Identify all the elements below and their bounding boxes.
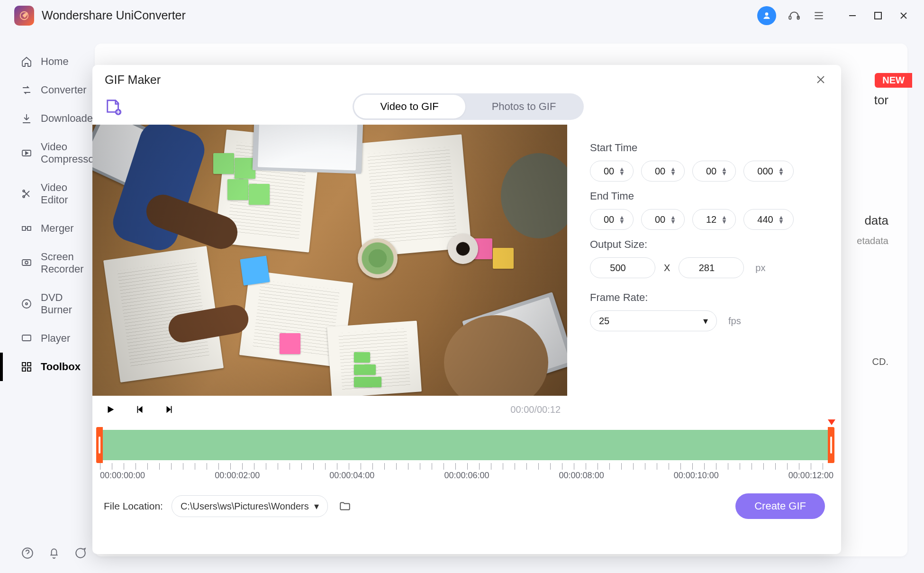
modal-close-button[interactable] xyxy=(813,72,829,88)
minimize-button[interactable] xyxy=(846,9,859,22)
output-width-input-wrap[interactable] xyxy=(590,257,655,278)
support-headset-icon[interactable] xyxy=(788,9,801,22)
sidebar-item-label: Downloader xyxy=(41,112,96,125)
sidebar-item-downloader[interactable]: Downloader xyxy=(0,104,95,133)
stepper-down-icon[interactable]: ▼ xyxy=(619,172,625,175)
new-badge: NEW xyxy=(875,73,912,88)
end-ss-stepper[interactable]: ▲▼ xyxy=(692,209,736,230)
end-hh-input[interactable] xyxy=(599,214,619,225)
notifications-icon[interactable] xyxy=(47,546,61,560)
playhead-marker[interactable] xyxy=(828,419,835,425)
sidebar-item-video-editor[interactable]: Video Editor xyxy=(0,173,95,214)
sidebar-item-label: Merger xyxy=(41,222,74,235)
open-folder-button[interactable] xyxy=(336,498,353,515)
end-mm-stepper[interactable]: ▲▼ xyxy=(641,209,685,230)
sidebar-item-home[interactable]: Home xyxy=(0,47,95,76)
sidebar-item-player[interactable]: Player xyxy=(0,324,95,353)
sidebar-item-label: Toolbox xyxy=(41,361,81,373)
create-gif-button[interactable]: Create GIF xyxy=(735,493,825,519)
stepper-down-icon[interactable]: ▼ xyxy=(721,172,727,175)
end-hh-stepper[interactable]: ▲▼ xyxy=(590,209,634,230)
svg-rect-9 xyxy=(27,227,31,230)
start-time-label: Start Time xyxy=(590,142,817,154)
end-time-label: End Time xyxy=(590,190,817,202)
end-mm-input[interactable] xyxy=(650,214,670,225)
trim-handle-right[interactable] xyxy=(828,427,834,463)
modal-header: GIF Maker xyxy=(92,65,841,91)
video-preview[interactable] xyxy=(92,125,567,396)
size-separator: X xyxy=(664,263,670,273)
help-icon[interactable] xyxy=(21,546,34,560)
stepper-down-icon[interactable]: ▼ xyxy=(778,220,784,224)
svg-point-12 xyxy=(22,300,31,308)
start-ms-stepper[interactable]: ▲▼ xyxy=(743,161,794,182)
frame-rate-select[interactable]: 25 ▾ xyxy=(590,310,717,331)
tab-photos-to-gif[interactable]: Photos to GIF xyxy=(465,95,583,118)
sidebar-item-label: Video Editor xyxy=(41,182,95,206)
start-hh-input[interactable] xyxy=(599,166,619,177)
stepper-down-icon[interactable]: ▼ xyxy=(670,172,676,175)
start-mm-stepper[interactable]: ▲▼ xyxy=(641,161,685,182)
svg-point-11 xyxy=(25,261,28,264)
file-location-path: C:\Users\ws\Pictures\Wonders xyxy=(181,501,309,512)
svg-point-13 xyxy=(26,303,27,305)
sidebar-item-toolbox[interactable]: Toolbox xyxy=(0,353,95,381)
file-location-label: File Location: xyxy=(104,500,163,512)
start-mm-input[interactable] xyxy=(650,166,670,177)
timeline-track[interactable] xyxy=(96,427,837,463)
end-ms-input[interactable] xyxy=(752,214,778,225)
ruler-label: 00:00:12:00 xyxy=(788,471,833,481)
file-location-select[interactable]: C:\Users\ws\Pictures\Wonders ▾ xyxy=(172,495,328,517)
end-ss-input[interactable] xyxy=(701,214,721,225)
ruler-label: 00:00:10:00 xyxy=(674,471,719,481)
app-logo-icon xyxy=(14,6,34,26)
stepper-down-icon[interactable]: ▼ xyxy=(778,172,784,175)
sidebar-item-label: Home xyxy=(41,55,69,68)
timeline-ruler: 00:00:00:00 00:00:02:00 00:00:04:00 00:0… xyxy=(96,463,837,485)
frame-rate-value: 25 xyxy=(599,316,609,327)
next-frame-button[interactable] xyxy=(161,401,178,418)
ruler-label: 00:00:02:00 xyxy=(215,471,260,481)
sidebar-item-dvd-burner[interactable]: DVD Burner xyxy=(0,283,95,324)
frame-rate-label: Frame Rate: xyxy=(590,291,817,304)
bg-text-fragment: tor xyxy=(874,93,888,108)
sidebar-item-merger[interactable]: Merger xyxy=(0,214,95,243)
sidebar-item-converter[interactable]: Converter xyxy=(0,76,95,104)
gif-maker-modal: GIF Maker Video to GIF Photos to GIF xyxy=(92,65,841,554)
sidebar-item-screen-recorder[interactable]: Screen Recorder xyxy=(0,243,95,283)
svg-rect-8 xyxy=(22,227,26,230)
sidebar-item-label: Converter xyxy=(41,84,87,96)
ruler-label: 00:00:06:00 xyxy=(444,471,489,481)
stepper-down-icon[interactable]: ▼ xyxy=(619,220,625,224)
tab-video-to-gif[interactable]: Video to GIF xyxy=(354,95,465,118)
sidebar-item-label: DVD Burner xyxy=(41,291,95,316)
start-hh-stepper[interactable]: ▲▼ xyxy=(590,161,634,182)
account-avatar-button[interactable] xyxy=(757,6,776,25)
maximize-button[interactable] xyxy=(872,9,884,22)
close-button[interactable] xyxy=(897,9,910,22)
stepper-down-icon[interactable]: ▼ xyxy=(721,220,727,224)
add-file-button[interactable] xyxy=(104,97,124,117)
bg-text-fragment: etadata xyxy=(857,236,888,246)
hamburger-menu-icon[interactable] xyxy=(812,9,825,22)
output-height-input[interactable] xyxy=(688,263,725,273)
start-ss-input[interactable] xyxy=(701,166,721,177)
output-height-input-wrap[interactable] xyxy=(679,257,744,278)
output-width-input[interactable] xyxy=(599,263,637,273)
bg-text-fragment: data xyxy=(864,213,888,228)
prev-frame-button[interactable] xyxy=(131,401,148,418)
modal-footer: File Location: C:\Users\ws\Pictures\Wond… xyxy=(92,485,841,530)
time-readout: 00:00/00:12 xyxy=(510,404,561,415)
sidebar: Home Converter Downloader Video Compress… xyxy=(0,31,95,573)
chevron-down-icon: ▾ xyxy=(703,315,708,327)
start-ss-stepper[interactable]: ▲▼ xyxy=(692,161,736,182)
svg-rect-2 xyxy=(789,16,791,19)
start-ms-input[interactable] xyxy=(752,166,778,177)
sidebar-bottom xyxy=(0,546,95,573)
sidebar-item-video-compressor[interactable]: Video Compressor xyxy=(0,133,95,173)
feedback-icon[interactable] xyxy=(74,546,87,560)
stepper-down-icon[interactable]: ▼ xyxy=(670,220,676,224)
trim-handle-left[interactable] xyxy=(96,427,103,463)
end-ms-stepper[interactable]: ▲▼ xyxy=(743,209,794,230)
play-button[interactable] xyxy=(102,401,119,418)
